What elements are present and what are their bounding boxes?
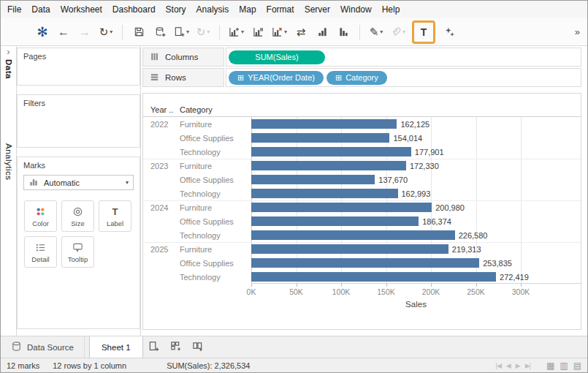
new-data-source-button[interactable] xyxy=(150,23,169,42)
mark-button-tooltip[interactable]: Tooltip xyxy=(61,236,94,268)
bar[interactable] xyxy=(251,189,398,198)
menu-item-map[interactable]: Map xyxy=(234,2,261,17)
menu-item-story[interactable]: Story xyxy=(161,2,191,17)
pill-year-order-date[interactable]: ⊞YEAR(Order Date) xyxy=(229,71,324,85)
menu-item-server[interactable]: Server xyxy=(299,2,335,17)
chart-rows: 2022Furniture162,125Office Supplies154,0… xyxy=(143,117,581,284)
redo-button[interactable]: → xyxy=(75,23,94,42)
swap-rows-columns-button[interactable]: ⇄ xyxy=(291,23,310,42)
mark-button-detail[interactable]: Detail xyxy=(24,236,57,268)
menu-item-format[interactable]: Format xyxy=(261,2,299,17)
sparkle-icon xyxy=(444,26,455,37)
bar[interactable] xyxy=(251,203,432,212)
category-row-header[interactable]: Furniture xyxy=(178,203,251,212)
tab-data[interactable]: Data xyxy=(4,59,13,79)
category-column-header[interactable]: Category xyxy=(178,105,251,114)
bar[interactable] xyxy=(251,230,455,240)
go-next-button[interactable]: ▶ xyxy=(516,362,520,369)
toolbar-overflow-chevron[interactable]: » xyxy=(573,26,581,37)
highlight-button[interactable]: ✎▾ xyxy=(367,23,386,42)
bar[interactable] xyxy=(251,175,375,184)
database-icon xyxy=(11,341,22,353)
replay-button[interactable]: ↻▾ xyxy=(96,23,115,42)
list-view-button[interactable]: ▤ xyxy=(573,361,581,370)
new-worksheet-button[interactable]: ▾ xyxy=(172,23,191,42)
expand-icon[interactable]: ⊞ xyxy=(237,73,244,83)
category-row-header[interactable]: Furniture xyxy=(178,120,251,129)
category-row-header[interactable]: Furniture xyxy=(178,162,251,170)
menu-item-file[interactable]: File xyxy=(2,2,26,17)
bar[interactable] xyxy=(251,119,397,129)
save-button[interactable] xyxy=(129,23,148,42)
columns-shelf[interactable]: SUM(Sales) xyxy=(226,48,581,67)
bar[interactable] xyxy=(251,216,419,226)
mark-button-color[interactable]: Color xyxy=(24,200,57,232)
year-row-header[interactable]: 2025 xyxy=(143,245,178,254)
main-area: › Data Analytics Pages Filters Marks Aut… xyxy=(1,46,587,336)
menu-item-analysis[interactable]: Analysis xyxy=(191,2,234,17)
sort-descending-button[interactable] xyxy=(334,23,353,42)
menu-item-window[interactable]: Window xyxy=(335,2,377,17)
bar[interactable] xyxy=(251,161,406,170)
duplicate-button[interactable]: ▾ xyxy=(226,23,246,42)
tableau-logo-button[interactable]: ✻ xyxy=(33,23,52,42)
x-axis[interactable]: 0K50K100K150K200K250K300K xyxy=(143,284,581,298)
x-axis-title[interactable]: Sales xyxy=(251,298,581,309)
category-row-header[interactable]: Furniture xyxy=(178,245,251,254)
category-row-header[interactable]: Office Supplies xyxy=(178,134,251,143)
bar[interactable] xyxy=(251,244,448,254)
tab-data-source[interactable]: Data Source xyxy=(1,336,85,358)
menu-item-data[interactable]: Data xyxy=(26,2,55,17)
grid-view-button[interactable]: ▦ xyxy=(546,361,554,370)
pill-category[interactable]: ⊞Category xyxy=(327,71,387,85)
explain-data-button[interactable] xyxy=(440,23,459,42)
year-row-header[interactable]: 2022 xyxy=(143,120,178,129)
category-row-header[interactable]: Technology xyxy=(178,273,251,282)
bar-cell: 272,419 xyxy=(251,270,581,284)
group-members-button[interactable]: ▾ xyxy=(388,23,408,42)
undo-button[interactable]: ← xyxy=(54,23,73,42)
bar[interactable] xyxy=(251,272,496,282)
category-row-header[interactable]: Technology xyxy=(178,231,251,240)
bar[interactable] xyxy=(251,133,389,143)
go-first-button[interactable]: |◀ xyxy=(496,362,501,369)
bar[interactable] xyxy=(251,258,479,268)
expand-pane-chevron[interactable]: › xyxy=(7,48,9,57)
menu-item-help[interactable]: Help xyxy=(377,2,405,17)
pill-sum-sales[interactable]: SUM(Sales) xyxy=(229,50,325,64)
go-previous-button[interactable]: ◀ xyxy=(506,362,511,369)
mark-button-label[interactable]: TLabel xyxy=(99,200,131,232)
bar[interactable] xyxy=(251,147,411,157)
filmstrip-view-button[interactable]: ▥ xyxy=(560,361,568,370)
menu-item-dashboard[interactable]: Dashboard xyxy=(107,2,161,17)
mark-button-size[interactable]: Size xyxy=(61,200,94,232)
year-row-header[interactable]: 2024 xyxy=(143,203,178,212)
show-mark-labels-button[interactable]: T xyxy=(414,23,433,42)
pages-shelf[interactable]: Pages xyxy=(17,48,140,86)
menu-item-worksheet[interactable]: Worksheet xyxy=(56,2,107,17)
year-row-header[interactable]: 2023 xyxy=(143,162,178,170)
tab-sheet1[interactable]: Sheet 1 xyxy=(89,336,143,358)
category-row-header[interactable]: Technology xyxy=(178,148,251,157)
data-source-tab-label: Data Source xyxy=(27,343,74,352)
filters-shelf[interactable]: Filters xyxy=(17,94,140,148)
go-last-button[interactable]: ▶| xyxy=(525,362,530,369)
chevron-down-icon: ▾ xyxy=(402,29,405,35)
expand-icon[interactable]: ⊞ xyxy=(335,73,342,83)
mark-type-dropdown[interactable]: Automatic ▾ xyxy=(23,175,134,190)
category-row-header[interactable]: Technology xyxy=(178,189,251,198)
chart-row: 2025Furniture219,313 xyxy=(143,242,581,256)
sort-ascending-button[interactable] xyxy=(313,23,332,42)
new-story-tab-button[interactable] xyxy=(187,336,209,358)
tab-analytics[interactable]: Analytics xyxy=(4,143,13,181)
category-row-header[interactable]: Office Supplies xyxy=(178,217,251,226)
category-row-header[interactable]: Office Supplies xyxy=(178,176,251,184)
new-dashboard-tab-button[interactable] xyxy=(165,336,187,358)
rows-shelf[interactable]: ⊞YEAR(Order Date)⊞Category xyxy=(226,68,581,87)
refresh-data-button[interactable]: ↻▾ xyxy=(194,23,213,42)
clear-sheet-button[interactable]: ▾ xyxy=(270,23,289,42)
new-worksheet-tab-button[interactable] xyxy=(143,336,165,358)
year-column-header[interactable]: Year .. xyxy=(143,105,178,114)
category-row-header[interactable]: Office Supplies xyxy=(178,259,251,268)
pause-auto-updates-button[interactable] xyxy=(248,23,267,42)
